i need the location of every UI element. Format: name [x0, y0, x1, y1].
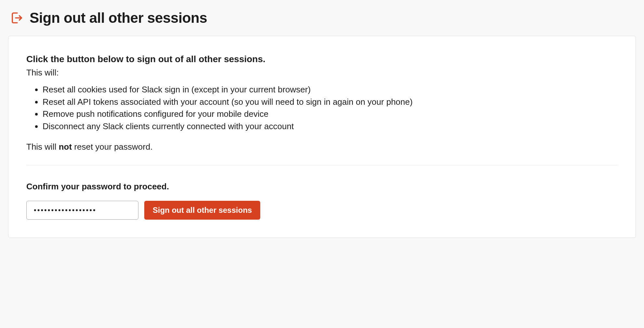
subhead-text: This will:	[26, 68, 618, 78]
sign-out-icon	[11, 11, 24, 24]
lead-text: Click the button below to sign out of al…	[26, 54, 618, 64]
consequence-list: Reset all cookies used for Slack sign in…	[26, 84, 618, 133]
note-prefix: This will	[26, 142, 59, 152]
page-header: Sign out all other sessions	[8, 10, 636, 26]
list-item: Reset all cookies used for Slack sign in…	[43, 84, 618, 96]
divider	[26, 165, 618, 165]
page-title: Sign out all other sessions	[30, 10, 207, 26]
list-item: Reset all API tokens associated with you…	[43, 96, 618, 108]
action-row: Sign out all other sessions	[26, 201, 618, 220]
password-input[interactable]	[26, 201, 138, 220]
note-suffix: reset your password.	[72, 142, 153, 152]
signout-card: Click the button below to sign out of al…	[8, 36, 636, 238]
list-item: Remove push notifications configured for…	[43, 108, 618, 120]
password-note: This will not reset your password.	[26, 142, 618, 152]
note-strong: not	[59, 142, 72, 152]
list-item: Disconnect any Slack clients currently c…	[43, 120, 618, 133]
confirm-password-label: Confirm your password to proceed.	[26, 182, 618, 192]
sign-out-sessions-button[interactable]: Sign out all other sessions	[144, 201, 260, 220]
